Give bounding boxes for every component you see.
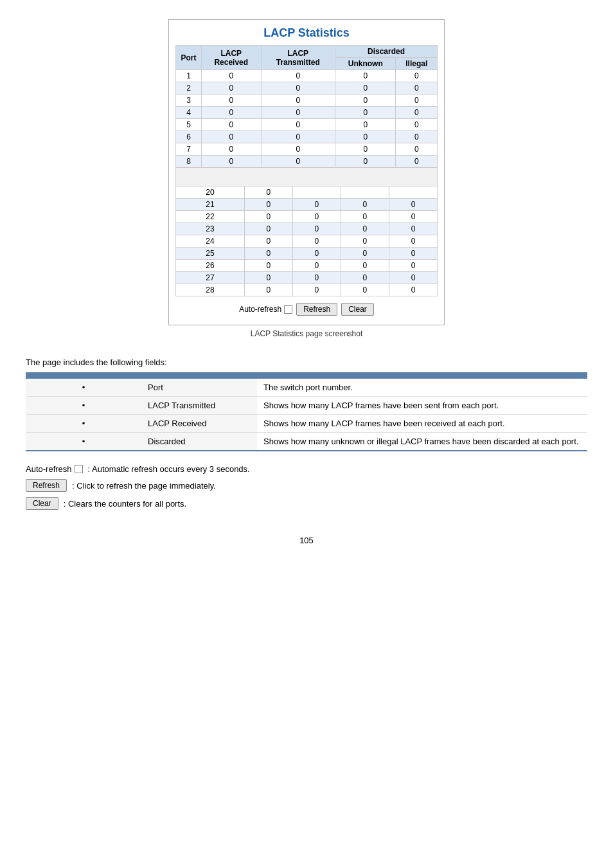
cell-received: 0 [244, 199, 292, 211]
cell-unknown: 0 [341, 260, 389, 272]
cell-port: 22 [176, 211, 245, 223]
table-row: 8 0 0 0 0 [176, 156, 438, 168]
cell-port: 1 [176, 70, 202, 82]
clear-desc-row: Clear : Clears the counters for all port… [26, 497, 587, 510]
cell-unknown: 0 [335, 131, 396, 143]
fields-table-desc-header [257, 372, 587, 379]
cell-transmitted: 0 [292, 223, 341, 235]
fields-table-bullet-header [26, 372, 141, 379]
field-name: Port [141, 379, 257, 397]
field-name: LACP Received [141, 415, 257, 433]
field-bullet: • [26, 433, 141, 451]
cell-unknown: 0 [341, 211, 389, 223]
cell-port: 25 [176, 248, 245, 260]
col-header-unknown: Unknown [335, 58, 396, 70]
table-row: 20 0 [176, 186, 438, 199]
cell-unknown: 0 [335, 143, 396, 156]
cell-received: 0 [202, 131, 262, 143]
description-section: The page includes the following fields: … [26, 357, 587, 510]
cell-transmitted: 0 [261, 143, 335, 156]
cell-port: 3 [176, 95, 202, 107]
cell-transmitted: 0 [261, 70, 335, 82]
field-description: Shows how many unknown or illegal LACP f… [257, 433, 587, 451]
field-description: Shows how many LACP frames have been rec… [257, 415, 587, 433]
screenshot-caption: LACP Statistics page screenshot [251, 329, 363, 338]
auto-refresh-text: Auto-refresh [239, 305, 281, 314]
table-row: 25 0 0 0 0 [176, 248, 438, 260]
cell-port: 28 [176, 284, 245, 296]
cell-transmitted: 0 [261, 107, 335, 119]
clear-button[interactable]: Clear [341, 303, 374, 316]
cell-port: 2 [176, 82, 202, 95]
cell-unknown: 0 [335, 119, 396, 131]
field-name: Discarded [141, 433, 257, 451]
refresh-button[interactable]: Refresh [296, 303, 337, 316]
cell-received: 0 [202, 119, 262, 131]
description-intro: The page includes the following fields: [26, 357, 587, 367]
cell-received: 0 [202, 143, 262, 156]
cell-port: 8 [176, 156, 202, 168]
field-bullet: • [26, 415, 141, 433]
cell-illegal: 0 [389, 235, 437, 248]
table-row: 5 0 0 0 0 [176, 119, 438, 131]
cell-illegal: 0 [389, 284, 437, 296]
cell-received: 0 [244, 284, 292, 296]
field-description: Shows how many LACP frames have been sen… [257, 397, 587, 415]
auto-refresh-label: Auto-refresh [239, 305, 292, 314]
field-row: • Port The switch port number. [26, 379, 587, 397]
table-row: 27 0 0 0 0 [176, 272, 438, 284]
field-row: • Discarded Shows how many unknown or il… [26, 433, 587, 451]
cell-unknown: 0 [341, 223, 389, 235]
cell-illegal: 0 [396, 143, 438, 156]
cell-illegal: 0 [389, 223, 437, 235]
table-row: 4 0 0 0 0 [176, 107, 438, 119]
fields-table: • Port The switch port number. • LACP Tr… [26, 372, 587, 451]
cell-transmitted: 0 [292, 284, 341, 296]
refresh-desc-row: Refresh : Click to refresh the page imme… [26, 479, 587, 492]
table-wrapper: Port LACPReceived LACPTransmitted Discar… [175, 45, 438, 296]
cell-transmitted: 0 [292, 199, 341, 211]
cell-illegal: 0 [396, 95, 438, 107]
field-bullet: • [26, 397, 141, 415]
cell-transmitted: 0 [261, 95, 335, 107]
cell-received: 0 [244, 211, 292, 223]
cell-port: 23 [176, 223, 245, 235]
page-number: 105 [26, 536, 587, 545]
cell-received: 0 [202, 70, 262, 82]
refresh-desc-button[interactable]: Refresh [26, 479, 67, 492]
auto-refresh-desc-label: Auto-refresh [26, 464, 83, 474]
button-section: Auto-refresh : Automatic refresh occurs … [26, 464, 587, 510]
cell-unknown: 0 [335, 70, 396, 82]
cell-transmitted: 0 [292, 248, 341, 260]
cell-received: 0 [244, 272, 292, 284]
cell-unknown: 0 [341, 235, 389, 248]
cell-received: 0 [244, 235, 292, 248]
cell-received: 0 [202, 156, 262, 168]
cell-illegal: 0 [396, 107, 438, 119]
cell-illegal [389, 186, 437, 199]
cell-illegal: 0 [389, 248, 437, 260]
fields-table-name-header [141, 372, 257, 379]
cell-unknown: 0 [335, 156, 396, 168]
auto-refresh-checkbox[interactable] [284, 305, 292, 314]
auto-refresh-desc-text: Auto-refresh [26, 464, 72, 474]
auto-refresh-desc-row: Auto-refresh : Automatic refresh occurs … [26, 464, 587, 474]
field-bullet: • [26, 379, 141, 397]
table-row: 3 0 0 0 0 [176, 95, 438, 107]
cell-unknown: 0 [341, 248, 389, 260]
cell-illegal: 0 [389, 211, 437, 223]
scroll-gap [175, 168, 438, 186]
auto-refresh-desc-checkbox[interactable] [75, 465, 83, 473]
cell-transmitted: 0 [261, 82, 335, 95]
cell-received: 0 [202, 82, 262, 95]
clear-desc-description: : Clears the counters for all ports. [64, 499, 186, 509]
field-row: • LACP Transmitted Shows how many LACP f… [26, 397, 587, 415]
clear-desc-button[interactable]: Clear [26, 497, 58, 510]
cell-unknown [341, 186, 389, 199]
screenshot-section: LACP Statistics Port LACPReceived LACPTr… [26, 19, 587, 338]
table-row: 22 0 0 0 0 [176, 211, 438, 223]
col-header-received: LACPReceived [202, 46, 262, 70]
table-row: 7 0 0 0 0 [176, 143, 438, 156]
cell-transmitted: 0 [261, 119, 335, 131]
cell-transmitted: 0 [292, 211, 341, 223]
